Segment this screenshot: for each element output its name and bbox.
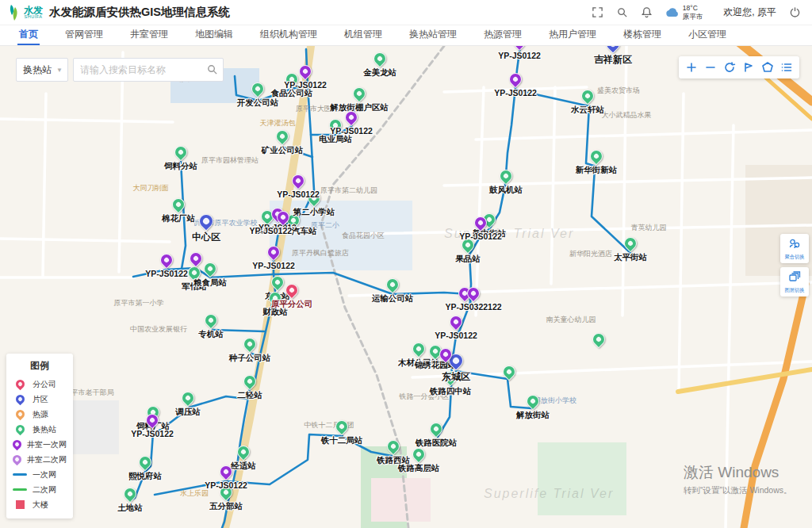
marker-label: 运输公司站 — [372, 293, 414, 304]
map-trial-watermark: Superlife Trial Ver — [484, 487, 614, 501]
map-place-label: 原平市第二幼儿园 — [320, 186, 377, 196]
legend-item-label: 换热站 — [33, 424, 56, 435]
list-button[interactable] — [777, 58, 796, 77]
logo-text: 水发 — [24, 6, 43, 15]
map-road — [0, 119, 173, 122]
weather-widget: 18°C 原平市 — [665, 4, 703, 21]
polygon-button[interactable] — [758, 58, 777, 77]
map-road — [0, 239, 170, 242]
map-place-label: 天津灌汤包 — [260, 118, 296, 128]
marker-label: 熙悦府站 — [128, 471, 162, 482]
marker-label: 原平分公司 — [271, 299, 313, 310]
marker-label: 开发公司站 — [237, 98, 279, 109]
legend-item: 一次网 — [13, 467, 67, 482]
logo-subtext: SHUIFA — [24, 15, 43, 20]
search-input[interactable] — [73, 58, 224, 82]
windows-activation-watermark: 激活 Windows 转到“设置”以激活 Windows。 — [684, 462, 792, 496]
legend-item: 分公司 — [13, 377, 67, 392]
map-block — [70, 400, 119, 454]
marker-label: YP-JS0122 — [284, 80, 327, 90]
bell-icon[interactable] — [641, 6, 653, 18]
map-block — [371, 478, 431, 522]
fullscreen-icon[interactable] — [592, 6, 603, 18]
legend-line-icon — [13, 488, 27, 491]
legend-pin-icon — [13, 440, 21, 449]
search-submit-icon[interactable] — [206, 63, 218, 78]
layers-icon — [788, 270, 801, 283]
cluster-toggle-button[interactable]: 聚合切换 — [780, 234, 809, 263]
weather-temp: 18°C — [683, 4, 698, 12]
map-place-label: 新华阳光酒店 — [569, 249, 612, 259]
tab-0[interactable]: 首页 — [17, 25, 40, 45]
map-searchbar: 换热站 ▼ — [16, 58, 224, 82]
marker-label: 果品站 — [455, 254, 481, 265]
map-place-label: 原平市第一小学 — [114, 298, 164, 308]
map-canvas[interactable]: 妙祥寺原平实达中学原平市大医院天津灌汤包原平市园林管理站大同刀削面忻州市原平农业… — [0, 46, 812, 528]
marker-label: 经适站 — [231, 461, 256, 472]
marker-label: 铁路四中站 — [430, 386, 472, 397]
marker-label: YP-JS0322122 — [445, 302, 501, 312]
map-road — [119, 52, 123, 272]
marker-label: 新华街新站 — [576, 165, 618, 176]
tab-2[interactable]: 井室管理 — [128, 25, 170, 45]
marker-label: YP-JS0122 — [494, 88, 537, 98]
map-legend: 图例 分公司片区热源换热站井室一次网井室二次网一次网二次网大楼 — [6, 354, 73, 518]
legend-item: 大楼 — [13, 497, 67, 512]
page-title: 水发能源盾安供热GIS地理信息系统 — [49, 5, 230, 20]
legend-item: 井室一次网 — [13, 437, 67, 452]
tab-10[interactable]: 小区管理 — [687, 25, 728, 45]
tab-3[interactable]: 地图编辑 — [193, 25, 235, 45]
legend-pin-icon — [13, 380, 27, 388]
legend-item: 二次网 — [13, 482, 67, 497]
map-place-label: 大小武精品水果 — [602, 110, 652, 121]
legend-item-label: 二次网 — [33, 484, 56, 495]
tab-6[interactable]: 换热站管理 — [408, 25, 458, 45]
reset-button[interactable] — [720, 58, 739, 77]
marker-label: 解放街棚户区站 — [330, 102, 389, 113]
measure-button[interactable] — [739, 58, 758, 77]
legend-pin-icon — [13, 425, 27, 434]
polygon-icon — [761, 61, 774, 74]
map-road — [678, 369, 812, 392]
search-icon[interactable] — [616, 6, 628, 18]
marker-label: 中心区 — [192, 231, 220, 244]
marker-label: 电业局站 — [319, 134, 352, 145]
power-icon[interactable] — [789, 6, 801, 18]
shuifa-logo-icon — [8, 4, 21, 21]
layers-toggle-button[interactable]: 图层切换 — [780, 267, 809, 297]
weather-city: 原平市 — [683, 13, 703, 21]
marker-label: 解放街站 — [516, 410, 550, 421]
list-icon — [780, 61, 793, 74]
tab-1[interactable]: 管网管理 — [63, 25, 105, 45]
marker-label: 二轻站 — [237, 390, 262, 401]
tab-8[interactable]: 热用户管理 — [547, 25, 598, 45]
marker-label: 五分部站 — [209, 501, 243, 512]
marker-label: 铁路医院站 — [416, 438, 458, 449]
map-place-label: 原平市园林管理站 — [201, 155, 259, 166]
legend-item-label: 井室一次网 — [27, 439, 67, 450]
marker-label: 土地站 — [117, 503, 143, 514]
tab-4[interactable]: 组织机构管理 — [259, 25, 319, 45]
marker-label: 矿业公司站 — [262, 145, 304, 156]
search-category-select[interactable]: 换热站 ▼ — [16, 58, 68, 82]
map-road — [476, 87, 484, 316]
map-place-label: 青英幼儿园 — [631, 223, 667, 233]
marker-label: 调压站 — [175, 407, 201, 418]
marker-label: 东城区 — [442, 370, 470, 384]
map-road — [476, 130, 812, 140]
zoom-in-icon — [685, 61, 698, 74]
zoom-out-button[interactable] — [701, 58, 720, 77]
tab-9[interactable]: 楼栋管理 — [622, 25, 663, 45]
map-place-label: 南关童心幼儿园 — [546, 315, 596, 325]
tab-7[interactable]: 热源管理 — [482, 25, 523, 45]
watermark-line1: 激活 Windows — [684, 462, 792, 483]
tab-5[interactable]: 机组管理 — [343, 25, 384, 45]
watermark-line2: 转到“设置”以激活 Windows。 — [684, 485, 792, 496]
app-header: 水发 SHUIFA 水发能源盾安供热GIS地理信息系统 18°C 原平市 欢迎您… — [0, 0, 812, 25]
legend-title: 图例 — [13, 359, 67, 373]
zoom-in-button[interactable] — [682, 58, 701, 77]
marker-label: YP-JS0122 — [498, 51, 541, 60]
marker-label: YP-JS0122 — [277, 189, 320, 199]
legend-pin-icon — [13, 395, 27, 404]
chevron-down-icon: ▼ — [56, 67, 63, 74]
